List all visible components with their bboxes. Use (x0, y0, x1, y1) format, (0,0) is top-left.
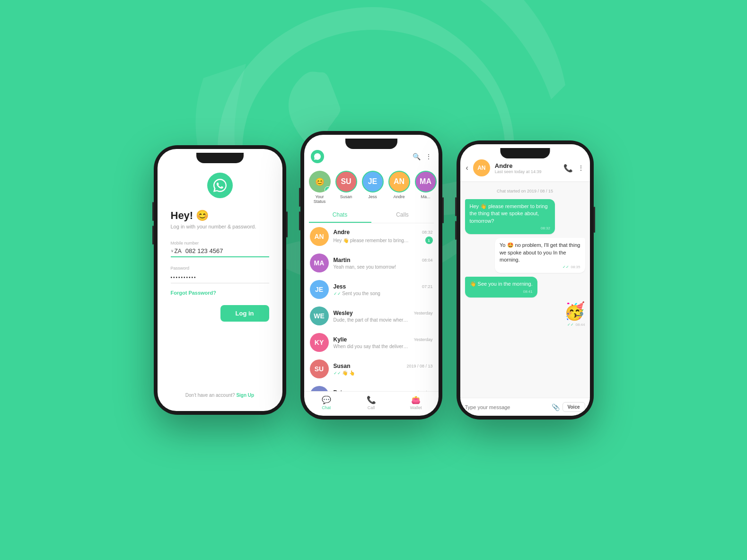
story-jess[interactable]: JE Jess (362, 171, 384, 204)
call-nav-label: Call (368, 405, 375, 410)
msg-3-meta: 08:41 (470, 289, 533, 294)
chat-detail-inner: ‹ AN Andre Last seen today at 14:39 📞 ⋮ … (460, 144, 590, 416)
peter-avatar: PE (310, 386, 329, 391)
msg-4-time: 08:44 (575, 323, 585, 327)
jess-story-avatar: JE (362, 171, 384, 192)
app-logo (207, 173, 233, 198)
phone-input[interactable]: 082 123 4567 (185, 247, 223, 254)
jess-story-label: Jess (368, 194, 377, 199)
msg-4-container: 🥳 ✓✓ 08:44 (564, 301, 585, 327)
more-icon[interactable]: ⋮ (425, 153, 432, 160)
chat-item-susan[interactable]: SU Susan 2019 / 08 / 13 ✓✓ 👋 👆 (304, 356, 439, 382)
andre-time: 08:32 (422, 230, 433, 235)
forgot-password-link[interactable]: Forgot Password? (171, 290, 269, 296)
login-content: Hey! 😊 Log in with your number & passwor… (158, 210, 282, 322)
power-btn (442, 197, 444, 223)
msg-3: 👋 See you in the morning. 08:41 (465, 277, 537, 297)
chat-item-wesley[interactable]: WE Wesley Yesterday Dude, the part of th… (304, 303, 439, 329)
nav-chat[interactable]: 💬 Chat (304, 395, 349, 410)
call-nav-icon: 📞 (367, 395, 376, 404)
vol-btn-1 (152, 202, 154, 221)
msg-2-time: 08:35 (571, 265, 580, 269)
kylie-avatar: KY (310, 333, 329, 352)
chat-nav-icon: 💬 (322, 395, 331, 404)
story-andre[interactable]: AN Andre (388, 171, 410, 204)
more-options-button[interactable]: ⋮ (578, 164, 584, 172)
chat-item-peter[interactable]: PE Peter 2019 / 08 / 04 ✓✓ Alright, I'll… (304, 382, 439, 391)
call-button[interactable]: 📞 (563, 164, 573, 173)
detail-avatar: AN (473, 159, 490, 176)
msg-1-text: Hey 👋 please remember to bring the thing… (470, 203, 551, 225)
story-your-status[interactable]: 😊 + Your Status (309, 171, 331, 204)
password-input-row[interactable]: •••••••••• (171, 272, 269, 283)
whatsapp-icon-small (314, 153, 321, 160)
phone-login: Hey! 😊 Log in with your number & passwor… (154, 145, 286, 415)
andre-unread: 1 (425, 236, 433, 244)
tab-chats[interactable]: Chats (309, 208, 371, 223)
nav-wallet[interactable]: 👛 Wallet (394, 395, 439, 410)
login-subtitle: Log in with your number & password. (171, 224, 269, 229)
msg-2: Yo 🤩 no problem, I'll get that thing we … (495, 238, 585, 273)
power-btn (594, 207, 595, 233)
stories-row: 😊 + Your Status SU Susan JE (304, 167, 439, 208)
add-status-badge: + (325, 186, 331, 192)
msg-3-text: 👋 See you in the morning. (470, 280, 533, 288)
voice-button[interactable]: Voice (562, 402, 585, 412)
chat-item-jess[interactable]: JE Jess 07:21 ✓✓ Sent you the song (304, 276, 439, 303)
mobile-label: Mobile number (171, 241, 269, 245)
chat-tabs: Chats Calls (309, 208, 434, 223)
martin-name: Martin (334, 257, 351, 263)
search-icon[interactable]: 🔍 (413, 153, 421, 160)
vol-btn-2 (152, 226, 154, 245)
phones-container: Hey! 😊 Log in with your number & passwor… (154, 140, 594, 420)
power-btn (286, 211, 288, 237)
nav-call[interactable]: 📞 Call (349, 395, 394, 410)
detail-info: Andre Last seen today at 14:39 (495, 162, 559, 174)
chat-item-martin[interactable]: MA Martin 08:04 Yeah man, see you tomorr… (304, 250, 439, 276)
susan-story-avatar: SU (335, 171, 357, 192)
wallet-nav-icon: 👛 (411, 395, 421, 404)
mobile-input-row[interactable]: ∨ ZA 082 123 4567 (171, 247, 269, 257)
messages-area: Chat started on 2019 / 08 / 15 Hey 👋 ple… (460, 181, 590, 398)
andre-preview: Hey 👋 please remember to bring ... (334, 238, 409, 243)
kylie-preview: When did you say that the delivery... (334, 344, 409, 349)
phone-chat-detail: ‹ AN Andre Last seen today at 14:39 📞 ⋮ … (457, 140, 594, 420)
back-button[interactable]: ‹ (466, 164, 468, 172)
andre-chat-info: Andre 08:32 Hey 👋 please remember to bri… (334, 229, 433, 244)
chat-item-kylie[interactable]: KY Kylie Yesterday When did you say that… (304, 329, 439, 356)
vol-btn-1 (455, 197, 457, 216)
password-input[interactable]: •••••••••• (171, 275, 197, 280)
attach-icon[interactable]: 📎 (552, 403, 560, 411)
wesley-time: Yesterday (414, 311, 433, 315)
andre-story-avatar: AN (388, 171, 410, 192)
susan-story-label: Susan (340, 194, 352, 199)
wesley-avatar: WE (310, 306, 329, 325)
msg-3-time: 08:41 (523, 289, 533, 294)
chat-item-andre[interactable]: AN Andre 08:32 Hey 👋 please remember to … (304, 223, 439, 250)
chevron-icon: ∨ (171, 249, 174, 253)
date-divider: Chat started on 2019 / 08 / 15 (465, 189, 585, 193)
signup-link[interactable]: Sign Up (236, 393, 254, 398)
chats-logo (311, 150, 324, 163)
msg-2-text: Yo 🤩 no problem, I'll get that thing we … (500, 242, 580, 263)
notch-3 (500, 148, 550, 158)
contact-status: Last seen today at 14:39 (495, 169, 559, 174)
susan-name: Susan (334, 363, 351, 369)
andre-story-label: Andre (393, 194, 404, 199)
no-account-text: Don't have an account? (185, 393, 235, 398)
your-status-label: Your Status (309, 194, 331, 204)
wesley-name: Wesley (334, 310, 353, 316)
kylie-time: Yesterday (414, 337, 433, 342)
martin-chat-info: Martin 08:04 Yeah man, see you tomorrow! (334, 257, 433, 270)
story-ma[interactable]: MA Ma... (415, 171, 437, 204)
kylie-name: Kylie (334, 336, 347, 343)
signup-row: Don't have an account? Sign Up (158, 393, 282, 398)
chat-list: AN Andre 08:32 Hey 👋 please remember to … (304, 223, 439, 391)
login-button[interactable]: Log in (220, 305, 269, 322)
message-input[interactable] (465, 404, 549, 410)
vol-btn-1 (299, 188, 300, 207)
msg-1-meta: 08:32 (470, 226, 551, 230)
story-susan[interactable]: SU Susan (335, 171, 357, 204)
tab-calls[interactable]: Calls (371, 208, 434, 223)
susan-preview: ✓✓ 👋 👆 (334, 370, 355, 376)
